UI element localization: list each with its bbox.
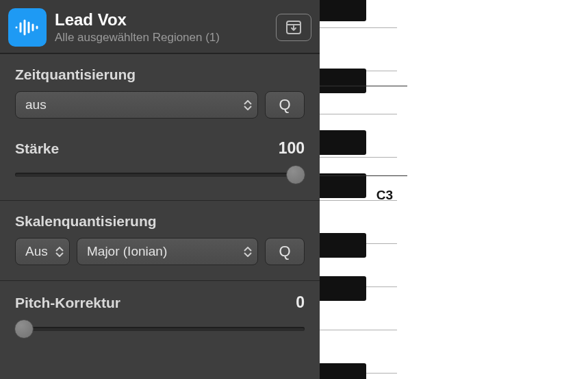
scale-root-value: Aus	[25, 244, 48, 259]
scale-quantize-label: Skalenquantisierung	[15, 213, 305, 230]
scale-quantize-section: Skalenquantisierung Aus Major (Ionian)	[0, 200, 320, 280]
strength-section: Stärke 100	[0, 134, 320, 200]
time-quantize-q-button[interactable]: Q	[265, 91, 305, 119]
time-quantize-label: Zeitquantisierung	[15, 66, 305, 83]
black-key[interactable]	[320, 233, 366, 258]
slider-thumb[interactable]	[14, 319, 34, 339]
time-quantize-value: aus	[25, 97, 47, 112]
scale-type-value: Major (Ionian)	[87, 244, 167, 259]
track-subtitle: Alle ausgewählten Regionen (1)	[55, 31, 268, 45]
chevron-up-down-icon	[55, 247, 64, 257]
pitch-correction-section: Pitch-Korrektur 0	[0, 280, 320, 354]
scale-root-dropdown[interactable]: Aus	[15, 238, 70, 265]
download-button[interactable]	[276, 14, 311, 41]
slider-thumb[interactable]	[286, 165, 305, 184]
black-key[interactable]	[320, 69, 366, 93]
scale-type-dropdown[interactable]: Major (Ionian)	[77, 238, 258, 265]
scale-quantize-q-button[interactable]: Q	[265, 238, 305, 265]
chevron-up-down-icon	[244, 247, 252, 257]
pitch-correction-value: 0	[296, 293, 305, 312]
black-key[interactable]	[320, 0, 366, 21]
strength-slider[interactable]	[15, 164, 305, 185]
chevron-up-down-icon	[244, 100, 252, 110]
time-quantize-dropdown[interactable]: aus	[15, 91, 258, 119]
black-key[interactable]	[320, 173, 366, 198]
black-key[interactable]	[320, 130, 366, 155]
pitch-correction-label: Pitch-Korrektur	[15, 295, 120, 311]
header: Lead Vox Alle ausgewählten Regionen (1)	[0, 0, 320, 53]
inspector-panel: Lead Vox Alle ausgewählten Regionen (1) …	[0, 0, 320, 379]
black-key[interactable]	[320, 363, 366, 379]
c3-label: C3	[376, 188, 393, 203]
strength-label: Stärke	[15, 140, 59, 157]
piano-keyboard[interactable]: C3	[320, 0, 397, 379]
callout-line	[305, 175, 407, 176]
waveform-icon	[8, 8, 47, 47]
time-quantize-section: Zeitquantisierung aus Q	[0, 53, 320, 134]
black-key[interactable]	[320, 276, 366, 301]
download-icon	[285, 20, 303, 35]
strength-value: 100	[279, 139, 305, 158]
pitch-correction-slider[interactable]	[15, 319, 305, 339]
track-title: Lead Vox	[55, 10, 268, 29]
